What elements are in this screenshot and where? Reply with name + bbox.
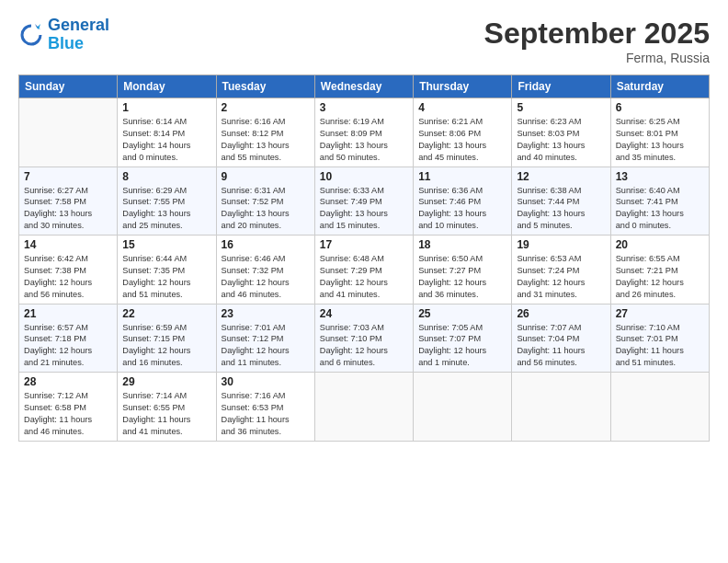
calendar-table: SundayMondayTuesdayWednesdayThursdayFrid… (18, 75, 710, 442)
day-number: 2 (222, 101, 310, 114)
day-number: 11 (418, 170, 506, 183)
day-number: 24 (320, 307, 408, 320)
calendar-cell: 18Sunrise: 6:50 AM Sunset: 7:27 PM Dayli… (414, 236, 512, 304)
calendar-cell: 24Sunrise: 7:03 AM Sunset: 7:10 PM Dayli… (314, 304, 413, 373)
calendar-cell (512, 373, 610, 442)
calendar-cell: 10Sunrise: 6:33 AM Sunset: 7:49 PM Dayli… (314, 167, 413, 236)
day-info: Sunrise: 6:55 AM Sunset: 7:21 PM Dayligh… (616, 253, 704, 301)
calendar-cell: 29Sunrise: 7:14 AM Sunset: 6:55 PM Dayli… (118, 373, 216, 442)
day-number: 20 (616, 238, 704, 251)
day-number: 19 (517, 238, 605, 251)
calendar-cell (610, 373, 709, 442)
logo-text: General Blue (48, 17, 109, 53)
day-info: Sunrise: 6:59 AM Sunset: 7:15 PM Dayligh… (122, 322, 210, 370)
calendar-cell: 26Sunrise: 7:07 AM Sunset: 7:04 PM Dayli… (512, 304, 610, 373)
day-info: Sunrise: 6:42 AM Sunset: 7:38 PM Dayligh… (24, 253, 112, 301)
calendar-week-row: 7Sunrise: 6:27 AM Sunset: 7:58 PM Daylig… (19, 167, 710, 236)
calendar-cell: 21Sunrise: 6:57 AM Sunset: 7:18 PM Dayli… (19, 304, 118, 373)
calendar-cell: 17Sunrise: 6:48 AM Sunset: 7:29 PM Dayli… (314, 236, 413, 304)
calendar-header-friday: Friday (512, 75, 610, 98)
day-number: 9 (222, 170, 310, 183)
calendar-header-monday: Monday (118, 75, 216, 98)
day-number: 16 (222, 238, 310, 251)
calendar-week-row: 21Sunrise: 6:57 AM Sunset: 7:18 PM Dayli… (19, 304, 710, 373)
calendar-cell: 28Sunrise: 7:12 AM Sunset: 6:58 PM Dayli… (19, 373, 118, 442)
location: Ferma, Russia (484, 51, 710, 65)
calendar-header-row: SundayMondayTuesdayWednesdayThursdayFrid… (19, 75, 710, 98)
calendar-cell: 14Sunrise: 6:42 AM Sunset: 7:38 PM Dayli… (19, 236, 118, 304)
day-number: 3 (320, 101, 408, 114)
calendar-cell: 22Sunrise: 6:59 AM Sunset: 7:15 PM Dayli… (118, 304, 216, 373)
day-number: 5 (517, 101, 605, 114)
day-info: Sunrise: 6:29 AM Sunset: 7:55 PM Dayligh… (122, 185, 210, 233)
calendar-header-wednesday: Wednesday (314, 75, 413, 98)
calendar-header-thursday: Thursday (414, 75, 512, 98)
calendar-cell: 6Sunrise: 6:25 AM Sunset: 8:01 PM Daylig… (610, 98, 709, 167)
day-info: Sunrise: 6:48 AM Sunset: 7:29 PM Dayligh… (320, 253, 408, 301)
day-number: 13 (616, 170, 704, 183)
day-info: Sunrise: 6:44 AM Sunset: 7:35 PM Dayligh… (122, 253, 210, 301)
day-number: 10 (320, 170, 408, 183)
calendar-cell: 11Sunrise: 6:36 AM Sunset: 7:46 PM Dayli… (414, 167, 512, 236)
day-number: 29 (122, 375, 210, 388)
day-info: Sunrise: 6:23 AM Sunset: 8:03 PM Dayligh… (517, 116, 605, 164)
day-info: Sunrise: 7:14 AM Sunset: 6:55 PM Dayligh… (122, 390, 210, 438)
day-number: 12 (517, 170, 605, 183)
calendar-cell: 9Sunrise: 6:31 AM Sunset: 7:52 PM Daylig… (216, 167, 314, 236)
day-info: Sunrise: 6:16 AM Sunset: 8:12 PM Dayligh… (222, 116, 310, 164)
calendar-cell: 2Sunrise: 6:16 AM Sunset: 8:12 PM Daylig… (216, 98, 314, 167)
day-info: Sunrise: 7:05 AM Sunset: 7:07 PM Dayligh… (418, 322, 506, 370)
day-number: 18 (418, 238, 506, 251)
calendar-cell: 13Sunrise: 6:40 AM Sunset: 7:41 PM Dayli… (610, 167, 709, 236)
day-number: 17 (320, 238, 408, 251)
day-number: 21 (24, 307, 112, 320)
day-info: Sunrise: 6:19 AM Sunset: 8:09 PM Dayligh… (320, 116, 408, 164)
calendar-cell: 20Sunrise: 6:55 AM Sunset: 7:21 PM Dayli… (610, 236, 709, 304)
calendar-cell: 15Sunrise: 6:44 AM Sunset: 7:35 PM Dayli… (118, 236, 216, 304)
calendar-week-row: 14Sunrise: 6:42 AM Sunset: 7:38 PM Dayli… (19, 236, 710, 304)
calendar-week-row: 28Sunrise: 7:12 AM Sunset: 6:58 PM Dayli… (19, 373, 710, 442)
logo-icon (18, 22, 44, 48)
day-info: Sunrise: 6:21 AM Sunset: 8:06 PM Dayligh… (418, 116, 506, 164)
calendar-cell (314, 373, 413, 442)
day-info: Sunrise: 7:16 AM Sunset: 6:53 PM Dayligh… (222, 390, 310, 438)
day-info: Sunrise: 6:14 AM Sunset: 8:14 PM Dayligh… (122, 116, 210, 164)
page: General Blue September 2025 Ferma, Russi… (0, 0, 728, 563)
day-number: 7 (24, 170, 112, 183)
day-info: Sunrise: 6:33 AM Sunset: 7:49 PM Dayligh… (320, 185, 408, 233)
day-number: 30 (222, 375, 310, 388)
day-info: Sunrise: 7:10 AM Sunset: 7:01 PM Dayligh… (616, 322, 704, 370)
day-info: Sunrise: 6:53 AM Sunset: 7:24 PM Dayligh… (517, 253, 605, 301)
day-info: Sunrise: 6:27 AM Sunset: 7:58 PM Dayligh… (24, 185, 112, 233)
day-info: Sunrise: 6:46 AM Sunset: 7:32 PM Dayligh… (222, 253, 310, 301)
calendar-week-row: 1Sunrise: 6:14 AM Sunset: 8:14 PM Daylig… (19, 98, 710, 167)
calendar-cell: 8Sunrise: 6:29 AM Sunset: 7:55 PM Daylig… (118, 167, 216, 236)
logo: General Blue (18, 17, 109, 53)
day-info: Sunrise: 6:50 AM Sunset: 7:27 PM Dayligh… (418, 253, 506, 301)
calendar-cell: 4Sunrise: 6:21 AM Sunset: 8:06 PM Daylig… (414, 98, 512, 167)
calendar-cell: 7Sunrise: 6:27 AM Sunset: 7:58 PM Daylig… (19, 167, 118, 236)
header: General Blue September 2025 Ferma, Russi… (18, 17, 710, 65)
calendar-header-saturday: Saturday (610, 75, 709, 98)
calendar-header-sunday: Sunday (19, 75, 118, 98)
day-number: 15 (122, 238, 210, 251)
calendar-cell (414, 373, 512, 442)
calendar-cell: 3Sunrise: 6:19 AM Sunset: 8:09 PM Daylig… (314, 98, 413, 167)
day-number: 4 (418, 101, 506, 114)
day-info: Sunrise: 7:03 AM Sunset: 7:10 PM Dayligh… (320, 322, 408, 370)
calendar-cell: 1Sunrise: 6:14 AM Sunset: 8:14 PM Daylig… (118, 98, 216, 167)
day-info: Sunrise: 7:07 AM Sunset: 7:04 PM Dayligh… (517, 322, 605, 370)
calendar-cell: 5Sunrise: 6:23 AM Sunset: 8:03 PM Daylig… (512, 98, 610, 167)
day-number: 22 (122, 307, 210, 320)
day-info: Sunrise: 6:38 AM Sunset: 7:44 PM Dayligh… (517, 185, 605, 233)
calendar-cell: 27Sunrise: 7:10 AM Sunset: 7:01 PM Dayli… (610, 304, 709, 373)
day-number: 8 (122, 170, 210, 183)
title-block: September 2025 Ferma, Russia (484, 17, 710, 65)
calendar-cell: 12Sunrise: 6:38 AM Sunset: 7:44 PM Dayli… (512, 167, 610, 236)
calendar-cell (19, 98, 118, 167)
day-number: 6 (616, 101, 704, 114)
day-info: Sunrise: 6:31 AM Sunset: 7:52 PM Dayligh… (222, 185, 310, 233)
day-number: 25 (418, 307, 506, 320)
calendar-cell: 16Sunrise: 6:46 AM Sunset: 7:32 PM Dayli… (216, 236, 314, 304)
day-number: 14 (24, 238, 112, 251)
